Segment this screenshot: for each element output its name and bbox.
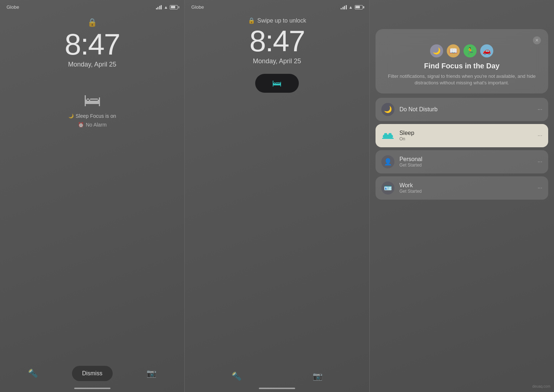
- carrier-2: Globe: [191, 4, 204, 10]
- focus-icons-row: 🌙 📖 🏃 🚗: [383, 44, 541, 57]
- bed-icon-teal: 🛏: [272, 78, 282, 89]
- lock-icon-1: 🔒: [87, 18, 97, 27]
- bottom-bar-2: 🔦 📷: [185, 372, 369, 381]
- dnd-name: Do Not Disturb: [400, 106, 533, 113]
- focus-card: × 🌙 📖 🏃 🚗 Find Focus in the Day Filter n…: [376, 29, 548, 93]
- wifi-icon-2: ▲: [349, 5, 353, 10]
- sleep-focus-text-1: 🌙 Sleep Focus is on: [68, 113, 116, 119]
- dnd-icon: 🌙: [381, 103, 394, 116]
- work-name: Work: [400, 182, 533, 189]
- focus-item-personal[interactable]: 👤 Personal Get Started ···: [376, 150, 548, 173]
- status-bar-2: Globe ▲: [185, 0, 369, 12]
- status-icons-2: ▲: [341, 5, 362, 10]
- sleep-widget-1: 🛏 🌙 Sleep Focus is on ⏰ No Alarm: [68, 90, 116, 128]
- watermark: deuaq.com: [533, 384, 550, 388]
- work-status: Get Started: [400, 189, 533, 194]
- sleep-toggle-pill[interactable]: 🛏: [255, 74, 299, 93]
- phone-panel-1: Globe ▲ 🔒 8:47 Monday, April 25 🛏 🌙 Slee…: [0, 0, 184, 392]
- home-indicator-1: [74, 388, 111, 389]
- sleep-status: On: [400, 136, 533, 141]
- sleep-more-icon[interactable]: ···: [538, 132, 542, 139]
- phone-panel-2: Globe ▲ 🔒 Swipe up to unlock 8:47 Monday…: [184, 0, 369, 392]
- focus-item-dnd[interactable]: 🌙 Do Not Disturb ···: [376, 98, 548, 121]
- focus-card-close-button[interactable]: ×: [533, 36, 541, 44]
- personal-icon: 👤: [381, 155, 394, 168]
- no-alarm-text-1: ⏰ No Alarm: [78, 122, 107, 128]
- focus-card-header: ×: [383, 36, 541, 44]
- work-text: Work Get Started: [400, 182, 533, 194]
- clock-date-1: Monday, April 25: [68, 61, 116, 68]
- home-indicator-2: [259, 388, 295, 389]
- moon-icon-1: 🌙: [68, 113, 74, 119]
- work-icon: 🪪: [381, 181, 394, 195]
- phone-panel-3: × 🌙 📖 🏃 🚗 Find Focus in the Day Filter n…: [370, 0, 554, 392]
- camera-icon-2[interactable]: 📷: [313, 372, 322, 381]
- bed-icon-large-1: 🛏: [84, 90, 101, 110]
- wifi-icon-1: ▲: [164, 5, 168, 10]
- focus-item-work[interactable]: 🪪 Work Get Started ···: [376, 176, 548, 200]
- dnd-text: Do Not Disturb: [400, 106, 533, 113]
- personal-more-icon[interactable]: ···: [538, 159, 542, 165]
- focus-card-title: Find Focus in the Day: [383, 62, 541, 70]
- sleep-name: Sleep: [400, 130, 533, 136]
- signal-icon-2: [341, 5, 347, 9]
- lock-icon-2: 🔒: [248, 17, 255, 24]
- status-icons-1: ▲: [156, 5, 178, 10]
- alarm-icon-1: ⏰: [78, 122, 84, 128]
- svg-rect-3: [382, 138, 394, 139]
- dnd-more-icon[interactable]: ···: [538, 106, 542, 113]
- focus-item-sleep[interactable]: Sleep On ···: [376, 124, 548, 147]
- sleep-icon: [381, 129, 394, 142]
- work-more-icon[interactable]: ···: [538, 185, 542, 191]
- status-bar-1: Globe ▲: [0, 0, 184, 12]
- clock-date-2: Monday, April 25: [253, 57, 301, 65]
- dismiss-button[interactable]: Dismiss: [72, 366, 113, 381]
- focus-card-description: Filter notifications, signal to friends …: [383, 73, 541, 86]
- focus-mode-reading-icon: 📖: [447, 44, 460, 57]
- swipe-unlock-label: 🔒 Swipe up to unlock: [248, 17, 306, 24]
- focus-mode-fitness-icon: 🏃: [463, 44, 477, 57]
- focus-mode-sleep-icon: 🌙: [430, 44, 443, 57]
- focus-list: 🌙 Do Not Disturb ··· Sleep On ···: [376, 98, 548, 200]
- personal-name: Personal: [400, 156, 533, 163]
- sleep-text: Sleep On: [400, 130, 533, 141]
- flashlight-icon-2[interactable]: 🔦: [232, 372, 241, 381]
- bottom-bar-1: 🔦 Dismiss 📷: [0, 366, 184, 381]
- clock-time-1: 8:47: [65, 29, 120, 59]
- focus-mode-driving-icon: 🚗: [480, 44, 493, 57]
- svg-rect-1: [384, 133, 387, 136]
- camera-icon-1[interactable]: 📷: [146, 369, 156, 378]
- clock-time-2: 8:47: [249, 26, 305, 56]
- personal-text: Personal Get Started: [400, 156, 533, 168]
- svg-rect-2: [389, 133, 392, 136]
- carrier-1: Globe: [7, 4, 19, 10]
- personal-status: Get Started: [400, 163, 533, 168]
- battery-icon-2: [355, 5, 363, 9]
- signal-icon-1: [156, 5, 162, 9]
- battery-icon-1: [170, 5, 178, 9]
- flashlight-icon-1[interactable]: 🔦: [28, 369, 38, 378]
